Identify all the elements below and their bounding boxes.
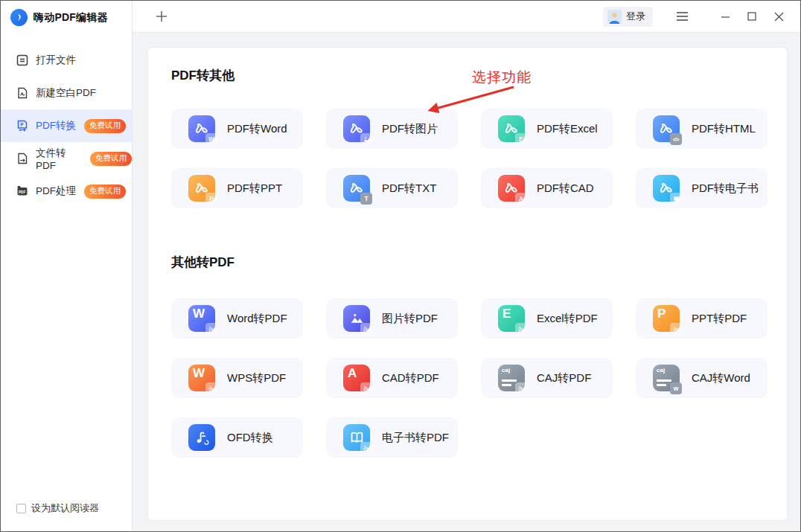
card-caj-to-pdf[interactable]: caj CAJ转PDF [481, 358, 613, 398]
new-tab-button[interactable] [153, 7, 170, 25]
pdf-to-cad-icon: A [498, 175, 525, 202]
minimize-icon [721, 12, 730, 22]
sub-badge-A: A [515, 193, 527, 205]
ofd-convert-icon [188, 424, 215, 451]
sub-badge-w: w [670, 382, 682, 394]
image-to-pdf-icon [343, 305, 370, 332]
open-file-icon [16, 54, 29, 67]
card-word-to-pdf[interactable]: W Word转PDF [171, 298, 303, 339]
feature-card-label: CAJ转Word [692, 371, 750, 385]
close-button[interactable] [768, 6, 790, 27]
pdf-to-txt-icon: T [343, 175, 370, 202]
sub-badge-img [360, 133, 372, 145]
sidebar-item-label: 新建空白PDF [36, 86, 96, 100]
sub-badge-E: E [515, 133, 527, 145]
card-grid: W Word转PDF 图片转PDF E Excel转PDF P PPT转PDF … [171, 298, 765, 458]
card-cad-to-pdf[interactable]: A CAD转PDF [326, 358, 458, 398]
word-to-pdf-icon: W [188, 305, 215, 332]
sidebar-item-pdf-convert[interactable]: P PDF转换 免费试用 [1, 109, 132, 142]
svg-text:P: P [20, 122, 24, 127]
sidebar-item-new-blank-pdf[interactable]: 新建空白PDF [1, 77, 132, 109]
sub-badge-pdf [670, 323, 682, 335]
sidebar-item-label: 打开文件 [36, 54, 76, 67]
sidebar: 嗨动PDF编辑器 打开文件 新建空白PDF P PDF转换 免费试用 文件转PD… [1, 1, 133, 531]
feature-card-label: PDF转图片 [382, 122, 438, 136]
plus-icon [154, 9, 169, 24]
feature-card-label: PDF转TXT [382, 182, 436, 196]
sub-badge-pdf [205, 323, 217, 335]
feature-card-label: Excel转PDF [537, 312, 598, 326]
maximize-button[interactable] [741, 6, 763, 27]
feature-card-label: PDF转Word [227, 122, 287, 136]
app-logo-row: 嗨动PDF编辑器 [1, 1, 132, 33]
sub-badge-T: T [360, 193, 372, 205]
card-pdf-to-html[interactable]: </> PDF转HTML [636, 109, 768, 149]
hamburger-menu-icon [676, 11, 689, 22]
main-area: 登录 PDF转其他 W PDF转Word PDF转图片 E [133, 1, 800, 531]
feature-section: 其他转PDF W Word转PDF 图片转PDF E Excel转PDF P P… [171, 254, 765, 458]
card-image-to-pdf[interactable]: 图片转PDF [326, 298, 458, 339]
card-ebook-to-pdf[interactable]: 电子书转PDF [326, 417, 458, 458]
free-trial-badge: 免费试用 [90, 152, 132, 166]
card-wps-to-pdf[interactable]: W WPS转PDF [171, 358, 303, 398]
sidebar-item-open-file[interactable]: 打开文件 [1, 44, 132, 77]
card-pdf-to-ebook[interactable]: PDF转电子书 [636, 168, 768, 208]
user-avatar-icon [607, 10, 622, 24]
minimize-button[interactable] [714, 6, 736, 27]
pdf-process-icon: PDF [16, 185, 29, 198]
maximize-icon [747, 12, 756, 21]
card-pdf-to-ppt[interactable]: P PDF转PPT [171, 168, 303, 208]
sub-badge-book [670, 193, 682, 205]
pdf-to-word-icon: W [188, 115, 215, 142]
sidebar-item-file-to-pdf[interactable]: 文件转PDF 免费试用 [1, 142, 132, 175]
sidebar-spacer [1, 208, 132, 501]
annotation-arrow-icon [420, 83, 520, 119]
card-ppt-to-pdf[interactable]: P PPT转PDF [636, 298, 768, 339]
close-icon [774, 12, 784, 22]
sub-badge-pdf [515, 382, 527, 394]
sub-badge-pdf [205, 382, 217, 394]
sub-badge-pdf [515, 323, 527, 335]
pdf-to-ppt-icon: P [188, 175, 215, 202]
pdf-convert-icon: P [16, 119, 29, 132]
login-button[interactable]: 登录 [603, 7, 653, 27]
card-pdf-to-cad[interactable]: A PDF转CAD [481, 168, 613, 208]
card-pdf-to-word[interactable]: W PDF转Word [171, 109, 303, 149]
new-blank-pdf-icon [16, 86, 29, 100]
app-logo-icon [10, 9, 28, 26]
sidebar-item-pdf-process[interactable]: PDF PDF处理 免费试用 [1, 175, 132, 208]
default-reader-checkbox[interactable] [16, 504, 26, 513]
caj-to-word-icon: cajw [653, 365, 680, 391]
ppt-to-pdf-icon: P [653, 305, 680, 332]
file-to-pdf-icon [16, 152, 29, 165]
card-ofd-convert[interactable]: OFD转换 [171, 417, 303, 458]
titlebar: 登录 [133, 1, 800, 33]
sidebar-item-label: PDF处理 [36, 185, 76, 198]
feature-card-label: WPS转PDF [227, 371, 286, 385]
free-trial-badge: 免费试用 [84, 119, 126, 133]
feature-card-label: PDF转Excel [537, 122, 598, 136]
hamburger-menu-button[interactable] [671, 6, 693, 27]
caj-to-pdf-icon: caj [498, 365, 525, 391]
sub-badge-pdf [360, 323, 372, 335]
pdf-to-ebook-icon [653, 175, 680, 202]
section-title: 其他转PDF [171, 254, 765, 271]
wps-to-pdf-icon: W [188, 365, 215, 391]
card-excel-to-pdf[interactable]: E Excel转PDF [481, 298, 613, 339]
sub-badge-code: </> [670, 133, 682, 145]
card-pdf-to-txt[interactable]: T PDF转TXT [326, 168, 458, 208]
sidebar-nav: 打开文件 新建空白PDF P PDF转换 免费试用 文件转PDF 免费试用 PD… [1, 44, 132, 208]
card-grid: W PDF转Word PDF转图片 E PDF转Excel </> PDF转HT… [171, 109, 765, 208]
section-title: PDF转其他 [171, 67, 765, 84]
sub-badge-P: P [205, 193, 217, 205]
card-caj-to-word[interactable]: cajw CAJ转Word [636, 358, 768, 398]
default-reader-label: 设为默认阅读器 [31, 501, 99, 515]
sub-badge-pdf [360, 382, 372, 394]
feature-card-label: CAJ转PDF [537, 371, 591, 385]
feature-card-label: 图片转PDF [382, 312, 438, 326]
pdf-to-html-icon: </> [653, 115, 680, 142]
cad-to-pdf-icon: A [343, 365, 370, 391]
sub-badge-pdf [360, 442, 372, 454]
feature-card-label: Word转PDF [227, 312, 287, 326]
feature-card-label: PDF转HTML [692, 122, 756, 136]
